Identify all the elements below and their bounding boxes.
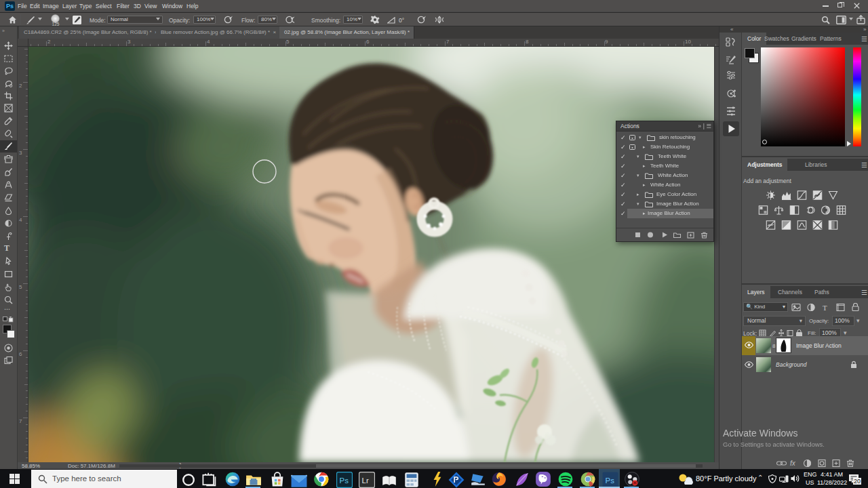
svg-text:Lr: Lr xyxy=(362,476,369,485)
svg-text:Ps: Ps xyxy=(340,476,349,485)
svg-text:fx: fx xyxy=(790,460,796,467)
svg-text:Ps: Ps xyxy=(606,476,615,485)
svg-text:T: T xyxy=(823,304,827,312)
